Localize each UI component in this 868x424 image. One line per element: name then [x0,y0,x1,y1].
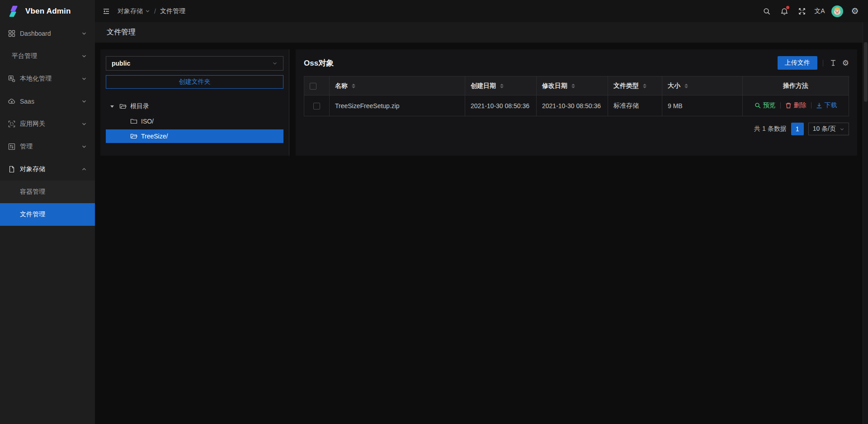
upload-file-button[interactable]: 上传文件 [778,56,817,70]
page-1-button[interactable]: 1 [791,123,804,135]
page-size-select[interactable]: 10 条/页 [808,123,849,135]
column-header-actions: 操作方法 [743,76,849,95]
bell-icon[interactable] [778,4,791,19]
folder-open-icon [119,103,127,110]
grid-icon [8,30,15,37]
page-title-bar: 文件管理 [95,22,868,43]
chevron-down-icon [272,61,278,66]
fullscreen-icon[interactable] [795,4,809,19]
chevron-down-icon [840,127,844,132]
bucket-panel: public 创建文件夹 根目录 [100,49,289,156]
row-select-cell [304,95,330,116]
translate-icon[interactable]: 文A [813,4,826,19]
sidebar-item-file-mgmt[interactable]: 文件管理 [0,203,95,226]
tree-row-root[interactable]: 根目录 [106,100,283,113]
header-actions: 文A ⚙ [760,4,862,19]
select-all-header [304,76,330,95]
sidebar-item-container-mgmt[interactable]: 容器管理 [0,181,95,203]
caret-down-icon[interactable] [110,105,114,108]
table-header-row: 名称 创建日期 [304,76,849,95]
notification-dot [786,6,789,9]
column-label: 修改日期 [542,82,567,90]
object-storage-submenu: 容器管理 文件管理 [0,181,95,226]
pagination: 共 1 条数据 1 10 条/页 [304,123,849,135]
action-divider [780,102,781,109]
sort-icon [500,84,504,88]
scrollbar-thumb[interactable] [864,42,868,102]
translate-glyph: 文A [814,7,825,15]
folder-tree: 根目录 ISO/ [106,100,283,143]
sidebar-item-app-gateway[interactable]: 应用网关 [0,113,95,135]
action-label: 删除 [794,101,807,110]
column-label: 创建日期 [471,82,496,90]
preview-link[interactable]: 预览 [755,101,776,110]
column-header-modified[interactable]: 修改日期 [537,76,608,95]
sidebar-item-label: 平台管理 [12,52,37,60]
breadcrumb: 对象存储 / 文件管理 [118,7,185,15]
column-label: 大小 [668,82,680,90]
logo[interactable]: Vben Admin [0,0,95,22]
oss-toolbar: 上传文件 ⚙ [778,56,849,70]
sidebar-item-saas[interactable]: Saas [0,90,95,113]
oss-panel: Oss对象 上传文件 ⚙ [296,49,857,156]
app-root: Vben Admin Dashboard 平台管理 [0,0,868,424]
column-settings-gear-icon[interactable]: ⚙ [842,59,849,67]
delete-link[interactable]: 删除 [785,101,807,110]
chevron-up-icon [81,167,87,172]
file-icon [8,166,15,173]
column-header-filetype[interactable]: 文件类型 [608,76,662,95]
sidebar-item-platform-mgmt[interactable]: 平台管理 [0,45,95,67]
breadcrumb-separator: / [154,8,156,15]
column-header-size[interactable]: 大小 [662,76,743,95]
column-label: 操作方法 [783,82,808,90]
sidebar-item-localization-mgmt[interactable]: 本地化管理 [0,67,95,90]
sidebar-item-dashboard[interactable]: Dashboard [0,22,95,45]
sidebar: Vben Admin Dashboard 平台管理 [0,0,95,424]
tree-row-iso[interactable]: ISO/ [106,114,283,128]
sort-icon [571,84,575,88]
column-header-name[interactable]: 名称 [330,76,465,95]
trash-icon [785,102,792,109]
avatar[interactable] [830,4,844,19]
tree-label: 根目录 [130,102,149,110]
breadcrumb-label: 对象存储 [118,7,143,15]
select-all-checkbox[interactable] [310,83,316,90]
cell-created: 2021-10-30 08:50:36 [465,95,537,116]
sidebar-item-label: Dashboard [20,30,51,37]
row-checkbox[interactable] [313,103,320,110]
locale-icon [8,75,15,82]
tree-label: ISO/ [141,118,154,125]
create-folder-button[interactable]: 创建文件夹 [106,75,283,89]
settings-gear-icon[interactable]: ⚙ [848,4,862,19]
sidebar-item-management[interactable]: 管理 [0,135,95,158]
page-title: 文件管理 [107,28,136,37]
avatar-image [831,5,843,17]
chevron-down-icon [145,9,150,14]
cell-filetype: 标准存储 [608,95,662,116]
chevron-down-icon [81,76,87,81]
sidebar-item-label: 本地化管理 [20,75,52,83]
column-label: 名称 [335,82,348,90]
download-icon [816,102,822,109]
breadcrumb-object-storage[interactable]: 对象存储 [118,7,150,15]
main-area: 对象存储 / 文件管理 [95,0,868,424]
sidebar-item-label: 容器管理 [20,188,45,196]
oss-panel-title: Oss对象 [304,58,334,68]
search-icon[interactable] [760,4,774,19]
row-height-icon[interactable] [830,59,837,67]
tree-row-treesize[interactable]: TreeSize/ [106,129,283,143]
gear-glyph: ⚙ [842,59,849,67]
chevron-down-icon [81,99,87,104]
pagination-total: 共 1 条数据 [754,125,787,133]
cloud-icon [8,98,15,105]
bucket-select[interactable]: public [106,56,283,71]
sort-icon [352,84,355,88]
sidebar-item-label: 文件管理 [20,210,45,219]
cell-actions: 预览 删除 [743,95,849,116]
column-header-created[interactable]: 创建日期 [465,76,537,95]
sidebar-item-object-storage[interactable]: 对象存储 [0,158,95,181]
download-link[interactable]: 下载 [816,101,837,110]
app-title: Vben Admin [25,7,71,16]
gateway-icon [8,120,15,128]
menu-fold-icon[interactable] [102,7,110,15]
